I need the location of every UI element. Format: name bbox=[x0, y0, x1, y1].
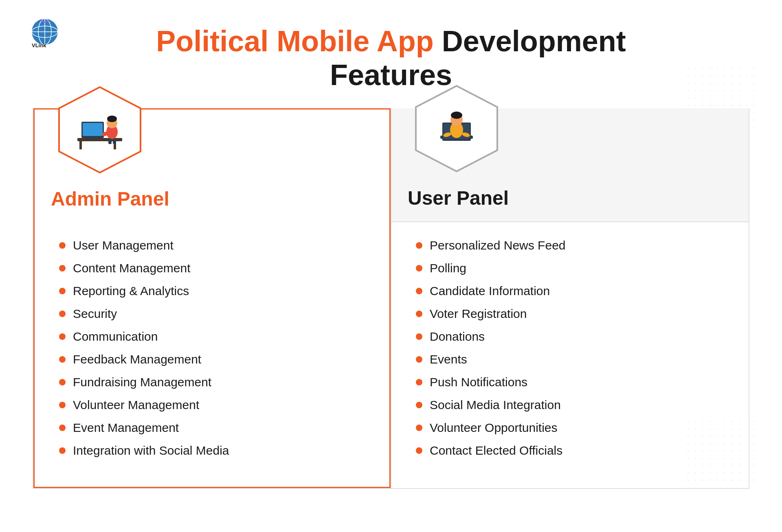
admin-panel-header: Admin Panel bbox=[33, 108, 391, 222]
user-list-item: Donations bbox=[416, 330, 732, 344]
admin-item-label: Integration with Social Media bbox=[73, 444, 229, 458]
bullet-icon bbox=[59, 288, 66, 294]
admin-list-item: Event Management bbox=[59, 421, 373, 435]
svg-rect-8 bbox=[79, 141, 82, 149]
user-list-item: Personalized News Feed bbox=[416, 239, 732, 252]
admin-item-label: Volunteer Management bbox=[73, 398, 199, 412]
user-item-label: Voter Registration bbox=[430, 307, 527, 321]
user-hexagon bbox=[412, 84, 501, 173]
admin-item-label: Fundraising Management bbox=[73, 375, 211, 389]
admin-panel-items: User ManagementContent ManagementReporti… bbox=[35, 222, 389, 487]
bullet-icon bbox=[416, 265, 422, 271]
admin-list-item: Fundraising Management bbox=[59, 375, 373, 389]
user-item-label: Volunteer Opportunities bbox=[430, 421, 558, 435]
bullet-icon bbox=[59, 425, 66, 431]
admin-list-item: Feedback Management bbox=[59, 352, 373, 366]
user-item-label: Events bbox=[430, 352, 467, 366]
bullet-icon bbox=[416, 447, 422, 454]
bullet-icon bbox=[416, 333, 422, 340]
svg-rect-11 bbox=[83, 123, 103, 136]
bullet-icon bbox=[416, 242, 422, 249]
admin-item-label: Communication bbox=[73, 330, 158, 344]
bullet-icon bbox=[416, 425, 422, 431]
user-item-label: Social Media Integration bbox=[430, 398, 561, 412]
user-item-label: Polling bbox=[430, 261, 466, 275]
bullet-icon bbox=[416, 311, 422, 317]
bullet-icon bbox=[416, 288, 422, 294]
bullet-icon bbox=[59, 402, 66, 408]
admin-panel-title: Admin Panel bbox=[51, 188, 373, 210]
bullet-icon bbox=[59, 242, 66, 249]
svg-rect-18 bbox=[113, 138, 116, 144]
title-orange: Political Mobile App bbox=[156, 25, 433, 57]
bullet-icon bbox=[59, 356, 66, 363]
user-panel-items: Personalized News FeedPollingCandidate I… bbox=[391, 222, 749, 487]
admin-list-item: Security bbox=[59, 307, 373, 321]
bullet-icon bbox=[59, 265, 66, 271]
admin-list-item: Content Management bbox=[59, 261, 373, 275]
user-panel: User Panel Personalized News FeedPolling… bbox=[391, 108, 749, 488]
user-list-item: Social Media Integration bbox=[416, 398, 732, 412]
bullet-icon bbox=[59, 379, 66, 385]
admin-hexagon bbox=[55, 85, 145, 175]
admin-item-label: Security bbox=[73, 307, 117, 321]
admin-list-item: Volunteer Management bbox=[59, 398, 373, 412]
user-list-item: Volunteer Opportunities bbox=[416, 421, 732, 435]
user-item-label: Personalized News Feed bbox=[430, 239, 566, 252]
bullet-icon bbox=[59, 333, 66, 340]
page-title: Political Mobile App Development Feature… bbox=[0, 24, 782, 92]
user-list-item: Polling bbox=[416, 261, 732, 275]
user-item-label: Contact Elected Officials bbox=[430, 444, 562, 458]
admin-panel-list-container: User ManagementContent ManagementReporti… bbox=[33, 222, 391, 488]
user-item-label: Donations bbox=[430, 330, 485, 344]
user-hexagon-wrapper bbox=[412, 84, 501, 173]
user-panel-header: User Panel bbox=[391, 108, 749, 222]
bullet-icon bbox=[416, 402, 422, 408]
user-list-item: Contact Elected Officials bbox=[416, 444, 732, 458]
admin-list-item: User Management bbox=[59, 239, 373, 252]
user-item-label: Candidate Information bbox=[430, 284, 550, 298]
user-panel-title: User Panel bbox=[408, 187, 732, 209]
admin-list-item: Communication bbox=[59, 330, 373, 344]
svg-point-15 bbox=[107, 116, 117, 122]
svg-point-25 bbox=[451, 112, 462, 119]
admin-item-label: Feedback Management bbox=[73, 352, 201, 366]
title-dark1: Development bbox=[434, 25, 626, 57]
admin-panel: Admin Panel User ManagementContent Manag… bbox=[33, 108, 391, 488]
admin-item-label: Event Management bbox=[73, 421, 179, 435]
user-list-item: Voter Registration bbox=[416, 307, 732, 321]
admin-list-item: Reporting & Analytics bbox=[59, 284, 373, 298]
bullet-icon bbox=[59, 311, 66, 317]
bullet-icon bbox=[416, 379, 422, 385]
bullet-icon bbox=[59, 447, 66, 454]
admin-list-item: Integration with Social Media bbox=[59, 444, 373, 458]
svg-rect-17 bbox=[108, 138, 112, 144]
admin-item-label: User Management bbox=[73, 239, 174, 252]
user-list-item: Push Notifications bbox=[416, 375, 732, 389]
logo: VLink bbox=[24, 16, 73, 49]
user-list-item: Events bbox=[416, 352, 732, 366]
main-content: Admin Panel User ManagementContent Manag… bbox=[33, 108, 749, 489]
admin-item-label: Content Management bbox=[73, 261, 191, 275]
user-list-item: Candidate Information bbox=[416, 284, 732, 298]
bullet-icon bbox=[416, 356, 422, 363]
admin-item-label: Reporting & Analytics bbox=[73, 284, 189, 298]
svg-text:VLink: VLink bbox=[32, 42, 46, 48]
user-item-label: Push Notifications bbox=[430, 375, 527, 389]
admin-hexagon-wrapper bbox=[55, 85, 145, 175]
svg-rect-12 bbox=[88, 138, 98, 139]
